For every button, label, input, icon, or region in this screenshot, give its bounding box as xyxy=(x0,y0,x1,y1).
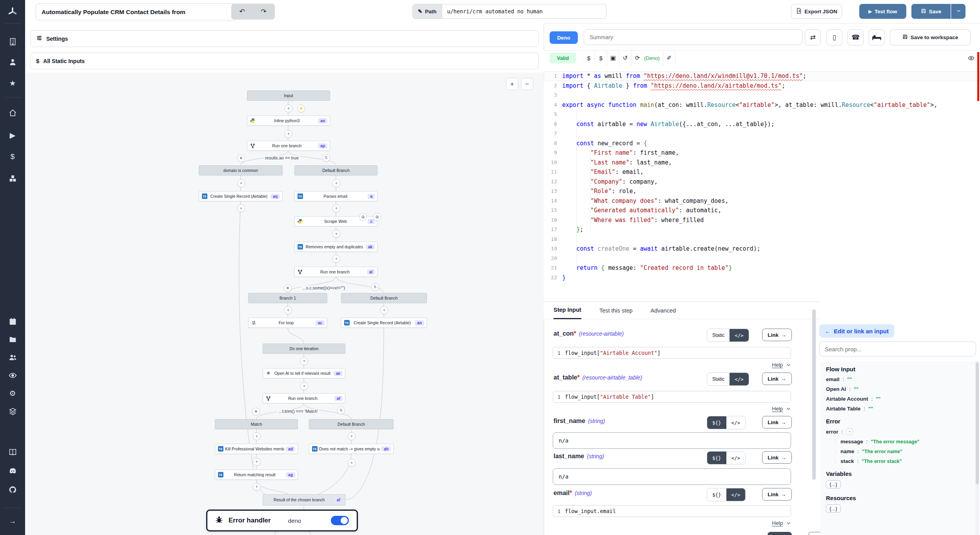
prop-item-email[interactable]: email:"" xyxy=(826,376,970,382)
mobile-icon[interactable]: ▯ xyxy=(826,29,842,45)
flow-node-branch-1[interactable]: Branch 1 xyxy=(248,293,327,303)
flow-node-default-branch[interactable]: Default Branch xyxy=(294,165,377,175)
static-mode-segment[interactable]: Static xyxy=(707,373,730,385)
code-mode-segment[interactable]: </> xyxy=(726,416,746,429)
link-button-at_table[interactable]: Link→ xyxy=(762,372,792,385)
insert-step-icon[interactable]: + xyxy=(237,204,245,212)
save-dropdown-button[interactable] xyxy=(951,4,965,19)
flow-node-match[interactable]: Match xyxy=(215,419,298,429)
insert-step-icon[interactable]: + xyxy=(237,179,245,187)
object-chip-variables[interactable]: {...} xyxy=(826,480,841,488)
prop-item-stack[interactable]: stack:"The error stack" xyxy=(835,458,970,464)
link-button-last_name[interactable]: Link→ xyxy=(762,451,792,464)
swap-branches-icon[interactable]: ⇅ xyxy=(322,154,330,162)
dollar-icon[interactable]: $ xyxy=(0,150,25,164)
sync-icon[interactable]: ⇄ xyxy=(805,29,821,45)
summary-input[interactable] xyxy=(584,29,802,45)
user-icon[interactable] xyxy=(0,55,25,69)
static-mode-segment[interactable]: ${} xyxy=(707,416,726,429)
prop-item-name[interactable]: name:"The error name" xyxy=(835,448,970,454)
layers-icon[interactable] xyxy=(0,404,25,418)
insert-step-icon[interactable]: + xyxy=(253,483,261,491)
path-edit-button[interactable]: ✎ Path xyxy=(412,4,442,19)
prop-item-error[interactable]: error:- xyxy=(826,428,970,435)
flow-node-create-single-record-airtable[interactable]: TSCreate Single Record (Airtable)an xyxy=(341,318,427,328)
remove-branch-icon[interactable]: ✕ xyxy=(284,284,292,292)
tab-advanced[interactable]: Advanced xyxy=(651,302,676,319)
code-mode-segment[interactable]: </> xyxy=(730,373,749,385)
eye-icon[interactable] xyxy=(965,55,977,61)
reload-icon[interactable]: ⟳ xyxy=(632,54,643,61)
flow-node-default-branch[interactable]: Default Branch xyxy=(309,419,394,429)
insert-step-icon[interactable]: + xyxy=(348,432,356,440)
flow-node-create-single-record-airtable[interactable]: TSCreate Single Record (Airtable)aq xyxy=(199,191,283,201)
dollar-icon[interactable]: $ xyxy=(583,55,595,61)
flow-node-parses-email[interactable]: TSParses emaila xyxy=(294,191,377,201)
static-mode-segment[interactable]: ${} xyxy=(707,488,726,501)
input-mode-toggle-at_con[interactable]: Static</> xyxy=(707,329,749,342)
prop-item-open-ai[interactable]: Open AI:"" xyxy=(826,386,970,392)
flow-node-default-branch[interactable]: Default Branch xyxy=(341,293,427,303)
field-row-partial-toggle[interactable] xyxy=(768,532,792,535)
flow-title-input[interactable] xyxy=(36,4,237,20)
value-input-first_name[interactable] xyxy=(553,432,791,449)
dollar-icon[interactable]: $ xyxy=(595,55,607,61)
folder-icon[interactable] xyxy=(0,332,25,346)
insert-step-icon[interactable]: + xyxy=(285,130,292,138)
users-icon[interactable] xyxy=(0,350,25,364)
discord-icon[interactable] xyxy=(0,464,25,478)
link-button-email[interactable]: Link→ xyxy=(762,488,792,501)
insert-step-icon[interactable]: + xyxy=(332,230,340,238)
flow-node-does-not-match-gives-empty-value[interactable]: TSDoes not match -> gives empty valueah xyxy=(309,444,394,454)
github-icon[interactable] xyxy=(0,483,25,497)
tab-test-this-step[interactable]: Test this step xyxy=(599,302,633,319)
collapse-button[interactable]: - xyxy=(846,428,853,435)
flow-node-kill-professional-websites-mentions[interactable]: TSKill Professional Websites mentionsad xyxy=(215,444,298,454)
help-link-at_table[interactable]: Help xyxy=(741,406,791,412)
phone-icon[interactable]: ☎ xyxy=(848,29,864,45)
help-link-at_con[interactable]: Help xyxy=(741,362,791,368)
remove-branch-icon[interactable]: ✕ xyxy=(237,154,245,162)
home-icon[interactable] xyxy=(0,106,25,120)
tab-step-input[interactable]: Step Input xyxy=(554,302,581,319)
input-mode-toggle-at_table[interactable]: Static</> xyxy=(707,372,749,386)
flow-node-run-one-branch[interactable]: Run one branchap xyxy=(247,141,330,151)
remove-branch-icon[interactable]: ✕ xyxy=(252,408,260,416)
flow-node-domain-is-common[interactable]: domain is common xyxy=(199,165,283,175)
prop-item-airtable-account[interactable]: Airtable Account:"" xyxy=(826,396,970,402)
insert-step-icon[interactable]: + xyxy=(332,204,340,212)
prop-item-airtable-table[interactable]: Airtable Table:"" xyxy=(826,406,970,412)
help-link-email[interactable]: Help xyxy=(741,520,791,526)
flow-node-run-one-branch[interactable]: Run one branchaf xyxy=(263,393,345,403)
static-mode-segment[interactable]: ${} xyxy=(707,452,726,464)
insert-step-icon[interactable]: + xyxy=(332,255,340,263)
swap-branches-icon[interactable]: ⇅ xyxy=(337,407,345,414)
path-input[interactable] xyxy=(442,4,606,19)
brush-icon[interactable]: ✐ xyxy=(663,54,675,61)
undo-icon[interactable]: ↶ xyxy=(231,4,253,20)
book-icon[interactable] xyxy=(0,445,25,459)
form-scrollbar[interactable] xyxy=(812,309,816,480)
test-flow-button[interactable]: ▶ Test flow xyxy=(859,4,906,19)
cubes-icon[interactable] xyxy=(0,171,25,185)
input-mode-toggle-first_name[interactable]: ${}</> xyxy=(707,416,746,429)
gear-icon[interactable]: ⚙ xyxy=(0,386,25,400)
flow-node-return-matching-result[interactable]: TSReturn matching resultag xyxy=(215,470,298,480)
insert-step-icon[interactable]: + xyxy=(284,306,292,314)
flow-node-result-of-the-chosen-branch[interactable]: Result of the chosen branchaf xyxy=(263,494,345,505)
cube-icon[interactable]: ▣ xyxy=(607,54,619,61)
link-button-at_con[interactable]: Link→ xyxy=(762,329,792,341)
play-icon[interactable]: ▶ xyxy=(0,128,25,142)
flow-node-input[interactable]: Input xyxy=(247,90,330,101)
star-icon[interactable]: ★ xyxy=(0,76,25,90)
insert-step-icon[interactable]: + xyxy=(380,306,388,314)
expression-editor-email[interactable]: 1flow_input.email xyxy=(553,505,791,517)
arrow-right-icon[interactable]: → xyxy=(0,514,25,528)
input-mode-toggle-last_name[interactable]: ${}</> xyxy=(707,451,746,465)
insert-step-icon[interactable]: + xyxy=(332,179,340,187)
edit-or-link-input-button[interactable]: ← Edit or link an input xyxy=(819,324,894,338)
insert-step-icon[interactable]: + xyxy=(253,432,261,440)
swap-branches-icon[interactable]: ⇅ xyxy=(371,283,379,291)
input-mode-toggle-email[interactable]: ${}</> xyxy=(707,488,746,501)
language-badge[interactable]: Deno xyxy=(550,31,578,44)
